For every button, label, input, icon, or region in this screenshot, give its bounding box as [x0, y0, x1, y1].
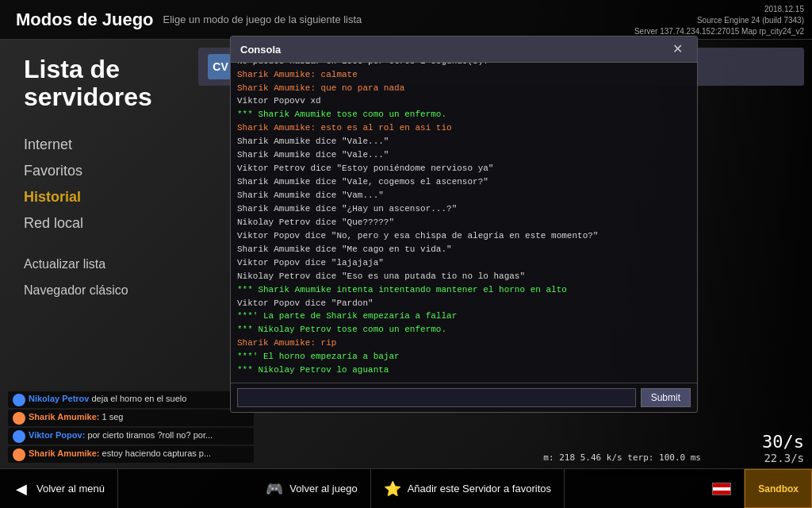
- back-label: Volver al menú: [36, 483, 105, 495]
- console-line: Sharik Amumike dice "Vale...": [237, 136, 691, 148]
- sidebar-nav: Internet Favoritos Historial Red local: [24, 135, 167, 233]
- console-close-button[interactable]: ✕: [668, 41, 688, 57]
- sidebar-item-favoritos[interactable]: Favoritos: [24, 161, 167, 181]
- console-line: Sharik Amumike dice "Vale...": [237, 149, 691, 162]
- mini-chat: Nikolay Petrov deja el horno en el suelo…: [8, 391, 254, 464]
- fav-label: Añadir este Servidor a favoritos: [408, 483, 551, 495]
- flag-button[interactable]: [699, 469, 745, 508]
- page-title: Modos de Juego: [16, 10, 154, 30]
- server-info: 2018.12.15 Source Engine 24 (build 7343)…: [634, 4, 804, 37]
- net-terp: terp: 100.0 ms: [627, 452, 701, 463]
- console-line: Sharik Amumike: calmate: [237, 69, 691, 82]
- mini-chat-avatar: [13, 412, 25, 425]
- net-dl: 5.46 k/s: [580, 452, 622, 463]
- play-label: Volver al juego: [289, 483, 357, 495]
- console-line: No puedes hablar en LOOC por otros 1 seg…: [237, 63, 691, 68]
- console-line: *** Sharik Amumike tose como un enfermo.: [237, 109, 691, 121]
- console-line: Viktor Popov dice "No, pero y esa chispa…: [237, 230, 691, 243]
- console-line: Sharik Amumike dice "Vale, cogemos el as…: [237, 176, 691, 189]
- play-button[interactable]: 🎮 Volver al juego: [253, 469, 370, 508]
- add-favorite-button[interactable]: ⭐ Añadir este Servidor a favoritos: [371, 469, 565, 508]
- mini-chat-name: Sharik Amumike:: [29, 412, 102, 421]
- mini-chat-message: estoy haciendo capturas p...: [102, 448, 212, 458]
- console-line: Sharik Amumike: que no para nada: [237, 83, 691, 95]
- mini-chat-avatar: [13, 448, 25, 461]
- mini-chat-name: Sharik Amumike:: [29, 448, 102, 458]
- fps-sub: 22.3/s: [762, 452, 804, 464]
- mini-chat-text: Sharik Amumike: 1 seg: [29, 411, 123, 422]
- mini-chat-message: por cierto tiramos ?roll no? por...: [87, 430, 213, 440]
- mini-chat-text: Nikolay Petrov deja el horno en el suelo: [29, 393, 186, 404]
- net-m: m: 218: [543, 452, 575, 463]
- console-line: Sharik Amumike dice "Vam...": [237, 190, 691, 202]
- console-line: ***' El horno empezaría a bajar: [237, 351, 691, 364]
- sidebar-item-historial[interactable]: Historial: [24, 187, 167, 207]
- console-line: *** Nikolay Petrov lo aguanta: [237, 364, 691, 377]
- mini-chat-item: Nikolay Petrov deja el horno en el suelo: [8, 391, 254, 408]
- fps-counter: 30/s 22.3/s: [762, 432, 804, 464]
- console-submit-button[interactable]: Submit: [641, 388, 691, 407]
- net-stats: m: 218 5.46 k/s terp: 100.0 ms: [543, 452, 701, 465]
- sidebar-title: Lista de servidores: [24, 56, 167, 111]
- console-line: Viktor Popovv xd: [237, 95, 691, 108]
- console-line: Sharik Amumike dice "Me cago en tu vida.…: [237, 244, 691, 256]
- mini-chat-item: Sharik Amumike: estoy haciendo capturas …: [8, 446, 254, 463]
- sidebar-action-navegador[interactable]: Navegador clásico: [24, 283, 167, 298]
- console-line: Viktor Popov dice "Pardon": [237, 298, 691, 310]
- mini-chat-name: Viktor Popov:: [29, 430, 87, 440]
- console-line: Sharik Amumike dice "¿Hay un ascensor...…: [237, 203, 691, 216]
- flag-icon: [712, 483, 731, 495]
- sidebar-action-actualizar[interactable]: Actualizar lista: [24, 257, 167, 271]
- console-line: ***' La parte de Sharik empezaría a fall…: [237, 310, 691, 323]
- sandbox-button[interactable]: Sandbox: [745, 469, 812, 508]
- console-line: Viktor Popov dice "lajajaja": [237, 257, 691, 270]
- engine-display: Source Engine 24 (build 7343): [634, 15, 804, 26]
- console-input-area: Submit: [231, 383, 697, 412]
- play-icon: 🎮: [266, 480, 283, 498]
- page-subtitle: Elige un modo de juego de la siguiente l…: [163, 13, 362, 25]
- mini-chat-item: Viktor Popov: por cierto tiramos ?roll n…: [8, 428, 254, 444]
- back-to-menu-button[interactable]: ◀ Volver al menú: [0, 469, 118, 508]
- console-line: *** Sharik Amumike intenta intentando ma…: [237, 284, 691, 297]
- back-icon: ◀: [13, 480, 30, 498]
- mini-chat-item: Sharik Amumike: 1 seg: [8, 410, 254, 426]
- console-line: Nikolay Petrov dice "Eso es una putada t…: [237, 271, 691, 283]
- console-body[interactable]: Sharik Amumike dice "Otra puta puerta"Sh…: [231, 63, 697, 383]
- sidebar-item-internet[interactable]: Internet: [24, 135, 167, 155]
- star-icon: ⭐: [384, 480, 401, 498]
- mini-chat-avatar: [13, 394, 25, 406]
- mini-chat-name: Nikolay Petrov: [29, 394, 91, 403]
- console-line: Nikolay Petrov dice "Que?????": [237, 217, 691, 229]
- console-line: Sharik Amumike: esto es al rol en asi ti…: [237, 122, 691, 135]
- bottom-bar: ◀ Volver al menú 🎮 Volver al juego ⭐ Aña…: [0, 468, 812, 508]
- sidebar-item-red-local[interactable]: Red local: [24, 214, 167, 233]
- fps-main: 30/s: [762, 432, 804, 452]
- console-line: *** Nikolay Petrov tose como un enfermo.: [237, 324, 691, 337]
- console-header: Consola ✕: [231, 37, 697, 63]
- mini-chat-message: 1 seg: [102, 412, 124, 421]
- console-input[interactable]: [237, 388, 636, 407]
- mini-chat-avatar: [13, 430, 25, 443]
- mini-chat-message: deja el horno en el suelo: [91, 394, 186, 403]
- console-title: Consola: [240, 44, 281, 56]
- console-window: Consola ✕ Sharik Amumike dice "Otra puta…: [230, 36, 698, 413]
- date-display: 2018.12.15: [634, 4, 804, 15]
- console-line: Sharik Amumike: rip: [237, 337, 691, 350]
- mini-chat-text: Viktor Popov: por cierto tiramos ?roll n…: [29, 429, 213, 441]
- console-line: Viktor Petrov dice "Estoy poniéndome ner…: [237, 163, 691, 175]
- mini-chat-text: Sharik Amumike: estoy haciendo capturas …: [29, 448, 211, 459]
